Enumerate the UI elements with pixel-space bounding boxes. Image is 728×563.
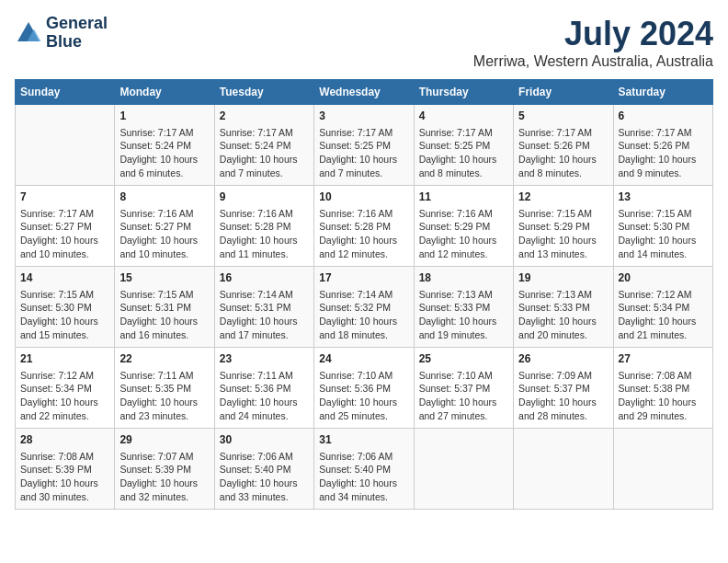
day-number: 10 bbox=[319, 190, 408, 205]
day-cell: 7Sunrise: 7:17 AMSunset: 5:27 PMDaylight… bbox=[16, 186, 115, 267]
day-info: Sunrise: 7:17 AMSunset: 5:25 PMDaylight:… bbox=[419, 126, 508, 180]
day-cell: 1Sunrise: 7:17 AMSunset: 5:24 PMDaylight… bbox=[115, 105, 214, 186]
calendar-body: 1Sunrise: 7:17 AMSunset: 5:24 PMDaylight… bbox=[16, 105, 713, 510]
day-cell: 28Sunrise: 7:08 AMSunset: 5:39 PMDayligh… bbox=[16, 429, 115, 510]
day-cell: 18Sunrise: 7:13 AMSunset: 5:33 PMDayligh… bbox=[414, 267, 513, 348]
day-cell: 2Sunrise: 7:17 AMSunset: 5:24 PMDaylight… bbox=[214, 105, 313, 186]
day-number: 3 bbox=[319, 109, 408, 124]
day-info: Sunrise: 7:14 AMSunset: 5:31 PMDaylight:… bbox=[220, 288, 309, 342]
day-cell: 8Sunrise: 7:16 AMSunset: 5:27 PMDaylight… bbox=[115, 186, 214, 267]
day-info: Sunrise: 7:08 AMSunset: 5:39 PMDaylight:… bbox=[20, 450, 109, 504]
day-cell: 17Sunrise: 7:14 AMSunset: 5:32 PMDayligh… bbox=[314, 267, 414, 348]
day-info: Sunrise: 7:14 AMSunset: 5:32 PMDaylight:… bbox=[319, 288, 408, 342]
header-cell-tuesday: Tuesday bbox=[214, 80, 313, 105]
day-info: Sunrise: 7:16 AMSunset: 5:28 PMDaylight:… bbox=[220, 207, 309, 261]
day-number: 22 bbox=[119, 351, 209, 367]
day-info: Sunrise: 7:07 AMSunset: 5:39 PMDaylight:… bbox=[119, 450, 209, 504]
day-info: Sunrise: 7:06 AMSunset: 5:40 PMDaylight:… bbox=[220, 450, 309, 504]
day-number: 1 bbox=[119, 109, 209, 124]
day-number: 24 bbox=[319, 351, 408, 367]
day-info: Sunrise: 7:11 AMSunset: 5:35 PMDaylight:… bbox=[119, 369, 209, 423]
day-info: Sunrise: 7:17 AMSunset: 5:25 PMDaylight:… bbox=[319, 126, 408, 180]
day-number: 12 bbox=[518, 190, 608, 205]
day-cell: 25Sunrise: 7:10 AMSunset: 5:37 PMDayligh… bbox=[414, 348, 513, 429]
day-number: 5 bbox=[518, 109, 608, 124]
day-info: Sunrise: 7:17 AMSunset: 5:24 PMDaylight:… bbox=[119, 126, 209, 180]
day-info: Sunrise: 7:16 AMSunset: 5:27 PMDaylight:… bbox=[119, 207, 209, 261]
page-header: General Blue July 2024 Merriwa, Western … bbox=[15, 15, 713, 70]
day-cell: 16Sunrise: 7:14 AMSunset: 5:31 PMDayligh… bbox=[214, 267, 313, 348]
day-info: Sunrise: 7:15 AMSunset: 5:30 PMDaylight:… bbox=[619, 207, 708, 261]
day-cell: 29Sunrise: 7:07 AMSunset: 5:39 PMDayligh… bbox=[115, 429, 214, 510]
day-cell: 6Sunrise: 7:17 AMSunset: 5:26 PMDaylight… bbox=[613, 105, 712, 186]
day-number: 21 bbox=[20, 351, 109, 367]
day-cell: 27Sunrise: 7:08 AMSunset: 5:38 PMDayligh… bbox=[613, 348, 712, 429]
day-info: Sunrise: 7:15 AMSunset: 5:29 PMDaylight:… bbox=[518, 207, 608, 261]
day-info: Sunrise: 7:12 AMSunset: 5:34 PMDaylight:… bbox=[20, 369, 109, 423]
day-number: 18 bbox=[419, 270, 508, 286]
day-number: 16 bbox=[220, 270, 309, 286]
day-cell: 5Sunrise: 7:17 AMSunset: 5:26 PMDaylight… bbox=[514, 105, 613, 186]
day-cell: 9Sunrise: 7:16 AMSunset: 5:28 PMDaylight… bbox=[214, 186, 313, 267]
day-cell: 19Sunrise: 7:13 AMSunset: 5:33 PMDayligh… bbox=[514, 267, 613, 348]
day-cell: 12Sunrise: 7:15 AMSunset: 5:29 PMDayligh… bbox=[514, 186, 613, 267]
week-row-2: 7Sunrise: 7:17 AMSunset: 5:27 PMDaylight… bbox=[16, 186, 713, 267]
day-info: Sunrise: 7:17 AMSunset: 5:24 PMDaylight:… bbox=[220, 126, 309, 180]
logo: General Blue bbox=[15, 15, 108, 52]
day-cell bbox=[613, 429, 712, 510]
day-info: Sunrise: 7:12 AMSunset: 5:34 PMDaylight:… bbox=[619, 288, 708, 342]
title-area: July 2024 Merriwa, Western Australia, Au… bbox=[473, 15, 713, 70]
day-info: Sunrise: 7:17 AMSunset: 5:26 PMDaylight:… bbox=[619, 126, 708, 180]
day-number: 17 bbox=[319, 270, 408, 286]
day-number: 14 bbox=[20, 270, 109, 286]
day-number: 11 bbox=[419, 190, 508, 205]
day-info: Sunrise: 7:13 AMSunset: 5:33 PMDaylight:… bbox=[518, 288, 608, 342]
day-cell: 23Sunrise: 7:11 AMSunset: 5:36 PMDayligh… bbox=[214, 348, 313, 429]
day-cell: 4Sunrise: 7:17 AMSunset: 5:25 PMDaylight… bbox=[414, 105, 513, 186]
logo-line1: General bbox=[46, 15, 108, 33]
day-info: Sunrise: 7:09 AMSunset: 5:37 PMDaylight:… bbox=[518, 369, 608, 423]
header-cell-friday: Friday bbox=[514, 80, 613, 105]
day-info: Sunrise: 7:17 AMSunset: 5:26 PMDaylight:… bbox=[518, 126, 608, 180]
day-cell: 20Sunrise: 7:12 AMSunset: 5:34 PMDayligh… bbox=[613, 267, 712, 348]
day-number: 19 bbox=[518, 270, 608, 286]
day-info: Sunrise: 7:16 AMSunset: 5:29 PMDaylight:… bbox=[419, 207, 508, 261]
day-number: 15 bbox=[119, 270, 209, 286]
calendar-title: July 2024 bbox=[473, 15, 713, 53]
logo-line2: Blue bbox=[46, 33, 108, 52]
day-cell: 14Sunrise: 7:15 AMSunset: 5:30 PMDayligh… bbox=[16, 267, 115, 348]
day-number: 26 bbox=[518, 351, 608, 367]
header-cell-saturday: Saturday bbox=[613, 80, 712, 105]
calendar-subtitle: Merriwa, Western Australia, Australia bbox=[473, 53, 713, 70]
logo-text: General Blue bbox=[46, 15, 108, 52]
header-cell-monday: Monday bbox=[115, 80, 214, 105]
day-cell: 3Sunrise: 7:17 AMSunset: 5:25 PMDaylight… bbox=[314, 105, 414, 186]
day-number: 13 bbox=[619, 190, 708, 205]
day-info: Sunrise: 7:16 AMSunset: 5:28 PMDaylight:… bbox=[319, 207, 408, 261]
header-cell-sunday: Sunday bbox=[16, 80, 115, 105]
day-cell: 21Sunrise: 7:12 AMSunset: 5:34 PMDayligh… bbox=[16, 348, 115, 429]
day-number: 28 bbox=[20, 432, 109, 448]
logo-icon bbox=[15, 19, 42, 47]
day-info: Sunrise: 7:06 AMSunset: 5:40 PMDaylight:… bbox=[319, 450, 408, 504]
day-number: 30 bbox=[220, 432, 309, 448]
week-row-4: 21Sunrise: 7:12 AMSunset: 5:34 PMDayligh… bbox=[16, 348, 713, 429]
day-number: 29 bbox=[119, 432, 209, 448]
calendar-header: SundayMondayTuesdayWednesdayThursdayFrid… bbox=[16, 80, 713, 105]
day-info: Sunrise: 7:17 AMSunset: 5:27 PMDaylight:… bbox=[20, 207, 109, 261]
day-info: Sunrise: 7:11 AMSunset: 5:36 PMDaylight:… bbox=[220, 369, 309, 423]
day-cell: 15Sunrise: 7:15 AMSunset: 5:31 PMDayligh… bbox=[115, 267, 214, 348]
calendar-table: SundayMondayTuesdayWednesdayThursdayFrid… bbox=[15, 79, 713, 510]
day-info: Sunrise: 7:15 AMSunset: 5:31 PMDaylight:… bbox=[119, 288, 209, 342]
day-cell: 30Sunrise: 7:06 AMSunset: 5:40 PMDayligh… bbox=[214, 429, 313, 510]
day-number: 4 bbox=[419, 109, 508, 124]
header-cell-thursday: Thursday bbox=[414, 80, 513, 105]
day-cell: 11Sunrise: 7:16 AMSunset: 5:29 PMDayligh… bbox=[414, 186, 513, 267]
day-cell bbox=[16, 105, 115, 186]
day-info: Sunrise: 7:08 AMSunset: 5:38 PMDaylight:… bbox=[619, 369, 708, 423]
day-cell: 10Sunrise: 7:16 AMSunset: 5:28 PMDayligh… bbox=[314, 186, 414, 267]
day-cell: 13Sunrise: 7:15 AMSunset: 5:30 PMDayligh… bbox=[613, 186, 712, 267]
day-cell bbox=[414, 429, 513, 510]
header-row: SundayMondayTuesdayWednesdayThursdayFrid… bbox=[16, 80, 713, 105]
day-cell: 24Sunrise: 7:10 AMSunset: 5:36 PMDayligh… bbox=[314, 348, 414, 429]
